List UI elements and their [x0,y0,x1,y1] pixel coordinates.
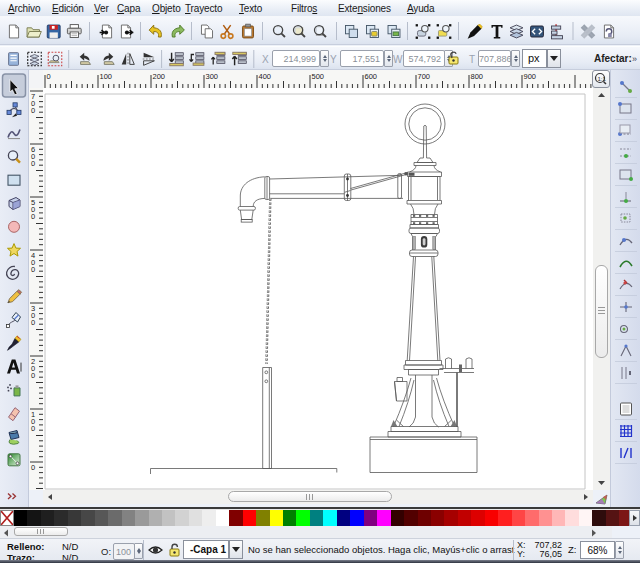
svg-text:900: 900 [524,72,537,81]
svg-text:800: 800 [471,72,484,81]
svg-text:500: 500 [312,72,325,81]
svg-text:0: 0 [47,72,51,81]
svg-text:0: 0 [31,371,35,380]
svg-text:300: 300 [206,72,219,81]
svg-text:400: 400 [259,72,272,81]
svg-text:100: 100 [100,72,113,81]
svg-text:0: 0 [31,265,35,274]
svg-text:0: 0 [31,463,35,472]
svg-text:700: 700 [418,72,431,81]
svg-text:0: 0 [31,212,35,221]
svg-text:0: 0 [31,318,35,327]
svg-text:600: 600 [365,72,378,81]
svg-text:1:1: 1:1 [598,76,607,82]
svg-text:0: 0 [31,159,35,168]
svg-text:0: 0 [31,424,35,433]
svg-text:200: 200 [153,72,166,81]
svg-text:0: 0 [31,106,35,115]
